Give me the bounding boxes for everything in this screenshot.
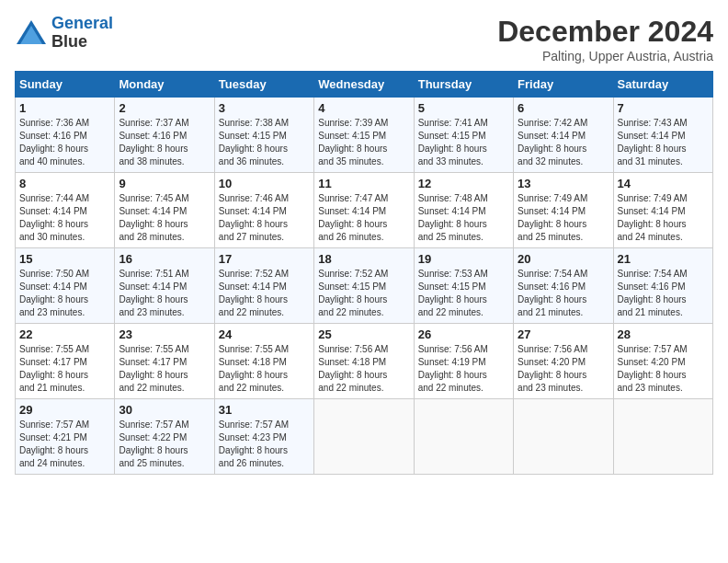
calendar-cell: 28 Sunrise: 7:57 AMSunset: 4:20 PMDaylig… [613, 324, 712, 399]
day-number: 2 [119, 101, 210, 115]
day-info: Sunrise: 7:47 AMSunset: 4:14 PMDaylight:… [318, 192, 409, 244]
page-header: General Blue December 2024 Palting, Uppe… [15, 15, 713, 63]
calendar-week-1: 1 Sunrise: 7:36 AMSunset: 4:16 PMDayligh… [16, 98, 713, 173]
day-number: 14 [618, 177, 709, 190]
day-info: Sunrise: 7:41 AMSunset: 4:15 PMDaylight:… [418, 117, 509, 168]
day-number: 23 [119, 327, 210, 341]
calendar-week-2: 8 Sunrise: 7:44 AMSunset: 4:14 PMDayligh… [16, 173, 713, 248]
day-info: Sunrise: 7:43 AMSunset: 4:14 PMDaylight:… [618, 117, 709, 168]
calendar-week-4: 22 Sunrise: 7:55 AMSunset: 4:17 PMDaylig… [16, 324, 713, 399]
calendar-cell: 27 Sunrise: 7:56 AMSunset: 4:20 PMDaylig… [514, 324, 613, 399]
calendar-cell: 3 Sunrise: 7:38 AMSunset: 4:15 PMDayligh… [214, 98, 313, 173]
day-number: 6 [518, 101, 609, 115]
calendar-cell: 18 Sunrise: 7:52 AMSunset: 4:15 PMDaylig… [314, 248, 414, 324]
day-number: 3 [219, 101, 310, 115]
day-number: 11 [318, 177, 409, 190]
logo: General Blue [15, 15, 113, 52]
logo-text: General Blue [51, 15, 113, 52]
day-info: Sunrise: 7:57 AMSunset: 4:21 PMDaylight:… [19, 419, 110, 470]
calendar-cell: 21 Sunrise: 7:54 AMSunset: 4:16 PMDaylig… [613, 248, 712, 324]
day-info: Sunrise: 7:54 AMSunset: 4:16 PMDaylight:… [518, 268, 609, 319]
day-info: Sunrise: 7:53 AMSunset: 4:15 PMDaylight:… [418, 268, 509, 319]
day-info: Sunrise: 7:44 AMSunset: 4:14 PMDaylight:… [19, 192, 110, 244]
day-info: Sunrise: 7:37 AMSunset: 4:16 PMDaylight:… [119, 117, 210, 168]
calendar-cell: 2 Sunrise: 7:37 AMSunset: 4:16 PMDayligh… [115, 98, 214, 173]
header-row: Sunday Monday Tuesday Wednesday Thursday… [16, 72, 713, 98]
day-info: Sunrise: 7:46 AMSunset: 4:14 PMDaylight:… [219, 192, 310, 244]
calendar-cell: 9 Sunrise: 7:45 AMSunset: 4:14 PMDayligh… [115, 173, 214, 248]
day-info: Sunrise: 7:51 AMSunset: 4:14 PMDaylight:… [119, 268, 210, 319]
month-title: December 2024 [497, 15, 713, 49]
day-number: 30 [119, 403, 210, 417]
title-block: December 2024 Palting, Upper Austria, Au… [497, 15, 713, 63]
day-info: Sunrise: 7:36 AMSunset: 4:16 PMDaylight:… [19, 117, 110, 168]
calendar-cell: 5 Sunrise: 7:41 AMSunset: 4:15 PMDayligh… [414, 98, 513, 173]
calendar-cell: 30 Sunrise: 7:57 AMSunset: 4:22 PMDaylig… [115, 399, 214, 475]
day-number: 1 [19, 101, 110, 115]
calendar-cell: 23 Sunrise: 7:55 AMSunset: 4:17 PMDaylig… [115, 324, 214, 399]
day-info: Sunrise: 7:56 AMSunset: 4:19 PMDaylight:… [418, 343, 509, 395]
day-info: Sunrise: 7:38 AMSunset: 4:15 PMDaylight:… [219, 117, 310, 168]
col-monday: Monday [115, 72, 214, 98]
logo-icon [15, 18, 48, 48]
calendar-cell: 24 Sunrise: 7:55 AMSunset: 4:18 PMDaylig… [214, 324, 313, 399]
day-number: 7 [618, 101, 709, 115]
calendar-cell: 16 Sunrise: 7:51 AMSunset: 4:14 PMDaylig… [115, 248, 214, 324]
calendar-cell [613, 399, 712, 475]
day-number: 12 [418, 177, 509, 190]
day-number: 25 [318, 327, 409, 341]
logo-line1: General [51, 14, 113, 32]
day-number: 26 [418, 327, 509, 341]
day-info: Sunrise: 7:49 AMSunset: 4:14 PMDaylight:… [618, 192, 709, 244]
calendar-cell: 20 Sunrise: 7:54 AMSunset: 4:16 PMDaylig… [514, 248, 613, 324]
day-number: 15 [19, 252, 110, 266]
calendar-cell: 8 Sunrise: 7:44 AMSunset: 4:14 PMDayligh… [16, 173, 115, 248]
calendar-cell: 26 Sunrise: 7:56 AMSunset: 4:19 PMDaylig… [414, 324, 513, 399]
day-number: 17 [219, 252, 310, 266]
day-info: Sunrise: 7:57 AMSunset: 4:20 PMDaylight:… [618, 343, 709, 395]
day-number: 20 [518, 252, 609, 266]
day-info: Sunrise: 7:57 AMSunset: 4:22 PMDaylight:… [119, 419, 210, 470]
calendar-cell [514, 399, 613, 475]
col-tuesday: Tuesday [214, 72, 313, 98]
calendar-cell: 7 Sunrise: 7:43 AMSunset: 4:14 PMDayligh… [613, 98, 712, 173]
logo-line2: Blue [51, 33, 113, 52]
calendar-cell: 31 Sunrise: 7:57 AMSunset: 4:23 PMDaylig… [214, 399, 313, 475]
location-title: Palting, Upper Austria, Austria [497, 49, 713, 63]
day-number: 24 [219, 327, 310, 341]
calendar-cell: 4 Sunrise: 7:39 AMSunset: 4:15 PMDayligh… [314, 98, 414, 173]
calendar-week-3: 15 Sunrise: 7:50 AMSunset: 4:14 PMDaylig… [16, 248, 713, 324]
day-number: 8 [19, 177, 110, 190]
day-number: 22 [19, 327, 110, 341]
calendar-cell: 15 Sunrise: 7:50 AMSunset: 4:14 PMDaylig… [16, 248, 115, 324]
day-info: Sunrise: 7:49 AMSunset: 4:14 PMDaylight:… [518, 192, 609, 244]
day-info: Sunrise: 7:52 AMSunset: 4:14 PMDaylight:… [219, 268, 310, 319]
calendar-week-5: 29 Sunrise: 7:57 AMSunset: 4:21 PMDaylig… [16, 399, 713, 475]
day-info: Sunrise: 7:52 AMSunset: 4:15 PMDaylight:… [318, 268, 409, 319]
col-friday: Friday [514, 72, 613, 98]
day-info: Sunrise: 7:54 AMSunset: 4:16 PMDaylight:… [618, 268, 709, 319]
calendar-cell: 11 Sunrise: 7:47 AMSunset: 4:14 PMDaylig… [314, 173, 414, 248]
day-number: 10 [219, 177, 310, 190]
day-info: Sunrise: 7:56 AMSunset: 4:18 PMDaylight:… [318, 343, 409, 395]
calendar-cell: 17 Sunrise: 7:52 AMSunset: 4:14 PMDaylig… [214, 248, 313, 324]
calendar-header: Sunday Monday Tuesday Wednesday Thursday… [16, 72, 713, 98]
calendar-cell: 22 Sunrise: 7:55 AMSunset: 4:17 PMDaylig… [16, 324, 115, 399]
col-thursday: Thursday [414, 72, 513, 98]
day-number: 19 [418, 252, 509, 266]
calendar-cell: 1 Sunrise: 7:36 AMSunset: 4:16 PMDayligh… [16, 98, 115, 173]
calendar-cell: 10 Sunrise: 7:46 AMSunset: 4:14 PMDaylig… [214, 173, 313, 248]
day-number: 16 [119, 252, 210, 266]
calendar-table: Sunday Monday Tuesday Wednesday Thursday… [15, 71, 713, 475]
calendar-cell: 25 Sunrise: 7:56 AMSunset: 4:18 PMDaylig… [314, 324, 414, 399]
day-number: 9 [119, 177, 210, 190]
day-info: Sunrise: 7:45 AMSunset: 4:14 PMDaylight:… [119, 192, 210, 244]
calendar-cell [414, 399, 513, 475]
day-number: 4 [318, 101, 409, 115]
day-number: 31 [219, 403, 310, 417]
calendar-cell: 6 Sunrise: 7:42 AMSunset: 4:14 PMDayligh… [514, 98, 613, 173]
calendar-cell: 29 Sunrise: 7:57 AMSunset: 4:21 PMDaylig… [16, 399, 115, 475]
day-number: 27 [518, 327, 609, 341]
calendar-cell: 19 Sunrise: 7:53 AMSunset: 4:15 PMDaylig… [414, 248, 513, 324]
col-wednesday: Wednesday [314, 72, 414, 98]
